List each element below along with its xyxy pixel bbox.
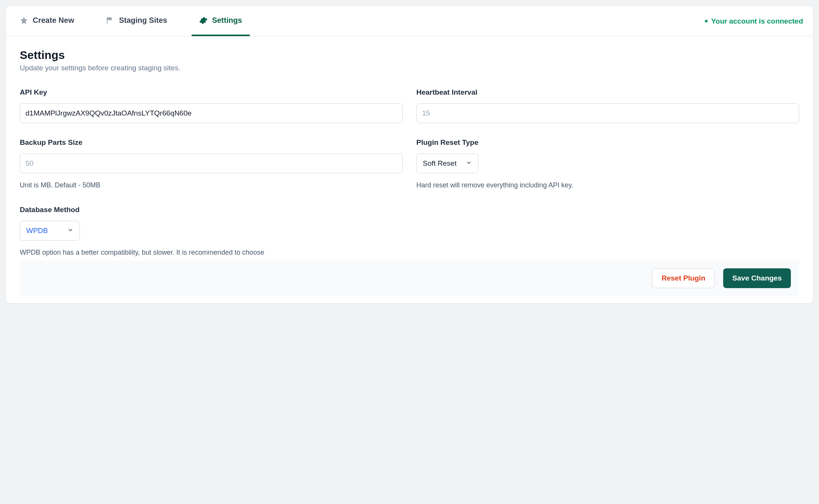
field-backup-size: Backup Parts Size Unit is MB. Default - … xyxy=(20,138,403,190)
field-db-method: Database Method WPDB WPDB option has a b… xyxy=(20,206,403,258)
reset-plugin-button[interactable]: Reset Plugin xyxy=(652,268,715,288)
settings-card: Create New Staging Sites Settings Your a… xyxy=(6,6,813,303)
tab-settings[interactable]: Settings xyxy=(192,6,250,36)
status-dot-icon xyxy=(705,20,708,22)
flag-icon xyxy=(106,16,114,25)
field-api-key: API Key xyxy=(20,88,403,123)
page-subtitle: Update your settings before creating sta… xyxy=(20,64,799,72)
db-method-select[interactable]: WPDB xyxy=(20,221,80,241)
field-heartbeat: Heartbeat Interval xyxy=(416,88,799,123)
backup-label: Backup Parts Size xyxy=(20,138,403,147)
backup-input[interactable] xyxy=(20,154,403,173)
status-text: Your account is connected xyxy=(711,17,803,25)
api-key-label: API Key xyxy=(20,88,403,97)
field-reset-type: Plugin Reset Type Soft Reset Hard reset … xyxy=(416,138,799,190)
api-key-input[interactable] xyxy=(20,103,403,123)
reset-type-help: Hard reset will remove everything includ… xyxy=(416,180,799,190)
tab-staging-sites[interactable]: Staging Sites xyxy=(98,6,175,36)
tab-label: Staging Sites xyxy=(119,16,167,25)
db-method-help: WPDB option has a better compatibility, … xyxy=(20,247,403,258)
heartbeat-input[interactable] xyxy=(416,103,799,123)
footer-actions: Reset Plugin Save Changes xyxy=(20,261,799,296)
backup-help: Unit is MB. Default - 50MB xyxy=(20,180,403,190)
reset-type-select[interactable]: Soft Reset xyxy=(416,154,478,173)
tab-label: Settings xyxy=(212,16,242,25)
reset-type-value: Soft Reset xyxy=(423,159,457,168)
save-changes-button[interactable]: Save Changes xyxy=(723,268,791,288)
star-icon xyxy=(20,16,28,25)
tab-label: Create New xyxy=(33,16,74,25)
gear-icon xyxy=(199,16,208,25)
chevron-down-icon xyxy=(466,159,472,168)
account-status: Your account is connected xyxy=(705,17,807,25)
tab-create-new[interactable]: Create New xyxy=(12,6,82,36)
heartbeat-label: Heartbeat Interval xyxy=(416,88,799,97)
db-method-value: WPDB xyxy=(26,227,48,235)
db-method-label: Database Method xyxy=(20,206,403,214)
tab-bar: Create New Staging Sites Settings Your a… xyxy=(6,6,813,36)
page-title: Settings xyxy=(20,49,799,62)
reset-type-label: Plugin Reset Type xyxy=(416,138,799,147)
chevron-down-icon xyxy=(67,227,73,235)
